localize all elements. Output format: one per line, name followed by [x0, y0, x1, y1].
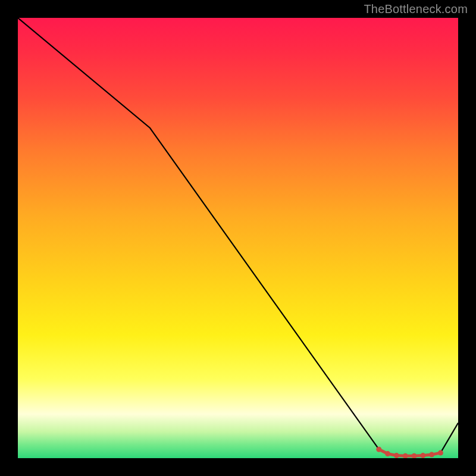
marker-dot	[429, 452, 434, 458]
marker-dot	[394, 453, 399, 458]
marker-dot	[420, 453, 425, 458]
marker-dot	[438, 450, 443, 456]
chart-container: TheBottleneck.com	[0, 0, 476, 476]
series-curve	[18, 18, 458, 456]
marker-dot	[403, 453, 408, 458]
plot-area	[18, 18, 458, 458]
marker-dot	[376, 447, 381, 452]
chart-svg	[18, 18, 458, 458]
marker-dot	[385, 451, 390, 456]
attribution-label: TheBottleneck.com	[364, 2, 468, 16]
marker-dot	[412, 453, 417, 458]
marker-group	[376, 447, 443, 458]
